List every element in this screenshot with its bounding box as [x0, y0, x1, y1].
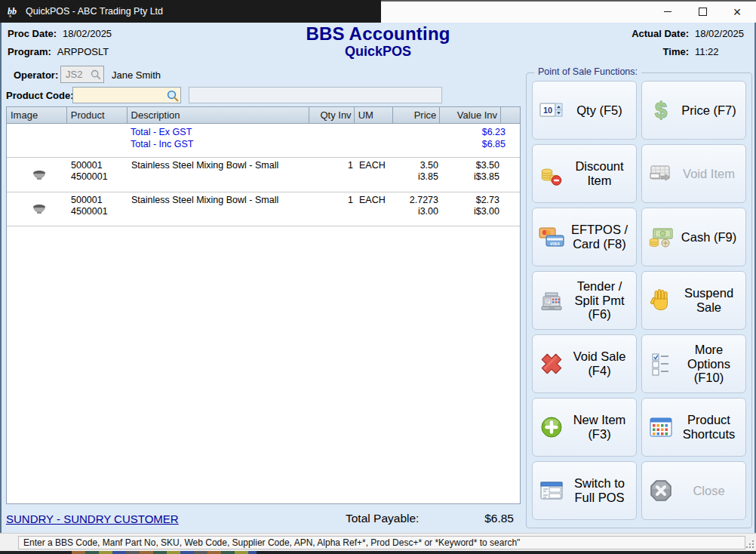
product-code-label: Product Code: — [6, 90, 74, 101]
product-image-cell — [7, 158, 67, 192]
total-inc-gst-label: Total - Inc GST — [131, 139, 193, 149]
table-header: Image Product Description Qty Inv UM Pri… — [7, 107, 520, 124]
app-window: bb s QuickPOS - ABC Trading Pty Ltd × Pr… — [0, 0, 756, 554]
void-sale-cross-icon — [537, 352, 566, 376]
svg-text:$: $ — [655, 98, 667, 122]
cash-register-icon — [537, 288, 566, 312]
total-payable-label: Total Payable: — [346, 512, 419, 525]
price-button[interactable]: $ Price (F7) — [641, 81, 746, 140]
total-ex-gst-label: Total - Ex GST — [131, 127, 192, 137]
bottom-edge — [0, 551, 756, 554]
more-options-button[interactable]: More Options (F10) — [641, 334, 746, 393]
value-cell: $2.73i$3.00 — [441, 192, 502, 226]
column-header-price: Price — [393, 107, 440, 123]
payment-cards-icon: VISA — [537, 226, 566, 248]
close-octagon-icon — [647, 479, 675, 503]
product-code-input[interactable] — [73, 90, 166, 101]
sale-items-table: Image Product Description Qty Inv UM Pri… — [6, 106, 521, 504]
tender-split-payment-button[interactable]: Tender / Split Pmt (F6) — [532, 271, 637, 330]
status-bar: Enter a BBS Code, Manf Part No, SKU, Web… — [0, 533, 756, 551]
dollar-icon: $ — [647, 98, 675, 122]
column-header-image: Image — [7, 107, 67, 123]
quantity-spinner-icon: 10 — [537, 100, 566, 121]
qty-button[interactable]: 10 Qty (F5) — [532, 81, 637, 140]
product-code-field — [72, 87, 181, 103]
suspend-hand-icon — [647, 288, 675, 312]
um-cell: EACH — [355, 192, 395, 226]
cash-button[interactable]: Cash (F9) — [641, 208, 746, 266]
taskbar-artifact — [72, 551, 257, 554]
product-search-icon[interactable] — [166, 89, 179, 102]
pos-functions-title: Point of Sale Functions: — [534, 66, 641, 77]
cash-money-icon — [647, 226, 675, 248]
discount-item-button[interactable]: Discount Item — [532, 144, 637, 203]
qty-cell: 1 — [310, 192, 355, 226]
value-cell: $3.50i$3.85 — [441, 158, 502, 192]
price-cell: 3.50i3.85 — [395, 158, 441, 192]
product-shortcuts-button[interactable]: Product Shortcuts — [641, 398, 746, 457]
um-cell: EACH — [355, 158, 395, 192]
svg-text:10: 10 — [543, 106, 552, 115]
svg-text:VISA: VISA — [550, 242, 560, 246]
close-icon: × — [733, 5, 742, 19]
void-sale-button[interactable]: Void Sale (F4) — [532, 334, 637, 393]
mixing-bowl-thumbnail-icon — [32, 170, 46, 180]
column-header-filler — [501, 107, 520, 123]
customer-link[interactable]: SUNDRY - SUNDRY CUSTOMER — [6, 512, 179, 525]
svg-text:s: s — [9, 14, 11, 18]
operator-name: Jane Smith — [112, 69, 161, 81]
new-item-plus-icon — [537, 415, 566, 439]
mixing-bowl-thumbnail-icon — [32, 204, 46, 214]
resize-grip-icon[interactable] — [752, 546, 754, 548]
description-cell: Stainless Steel Mixing Bowl - Small — [128, 158, 310, 192]
total-inc-gst-value: $6.85 — [447, 139, 506, 149]
operator-search-icon[interactable] — [90, 69, 101, 80]
table-row[interactable]: 5000014500001 Stainless Steel Mixing Bow… — [7, 157, 520, 192]
column-header-um: UM — [355, 107, 394, 123]
total-payable-value: $6.85 — [453, 512, 514, 525]
page-title: BBS Accounting — [0, 23, 756, 45]
qty-cell: 1 — [310, 158, 355, 192]
pos-functions-groupbox: Point of Sale Functions: 10 Qty (F5) — [526, 72, 752, 528]
total-ex-gst-value: $6.23 — [447, 127, 506, 137]
column-header-qty-inv: Qty Inv — [309, 107, 355, 123]
new-item-button[interactable]: New Item (F3) — [532, 398, 637, 457]
full-pos-window-icon — [537, 479, 566, 502]
maximize-icon — [699, 8, 707, 16]
window-border-left — [0, 23, 2, 533]
product-description-field[interactable] — [189, 87, 442, 103]
product-image-cell — [7, 192, 67, 226]
operator-code-field[interactable]: JS2 — [60, 66, 104, 83]
product-codes-cell: 5000014500001 — [67, 192, 128, 226]
column-header-description: Description — [128, 107, 309, 123]
close-window-button[interactable]: × — [720, 1, 754, 23]
price-cell: 2.7273i3.00 — [395, 192, 441, 226]
titlebar: bb s QuickPOS - ABC Trading Pty Ltd × — [0, 0, 756, 23]
maximize-button[interactable] — [685, 1, 720, 23]
more-options-checklist-icon — [647, 352, 675, 376]
discount-coins-icon — [537, 162, 566, 186]
description-cell: Stainless Steel Mixing Bowl - Small — [128, 192, 310, 226]
status-hint: Enter a BBS Code, Manf Part No, SKU, Web… — [18, 536, 745, 549]
window-title: QuickPOS - ABC Trading Pty Ltd — [26, 6, 163, 17]
operator-code-value: JS2 — [61, 69, 90, 80]
close-button: Close — [641, 461, 746, 520]
column-header-product: Product — [67, 107, 128, 123]
suspend-sale-button[interactable]: Suspend Sale — [641, 271, 746, 330]
app-icon: bb s — [7, 5, 20, 17]
window-controls: × — [650, 1, 754, 23]
minimize-icon — [664, 11, 671, 13]
eftpos-card-button[interactable]: VISA EFTPOS / Card (F8) — [532, 208, 637, 266]
pos-buttons-grid: 10 Qty (F5) $ Price (F7) — [532, 81, 746, 519]
product-codes-cell: 5000014500001 — [67, 158, 128, 192]
titlebar-left: bb s QuickPOS - ABC Trading Pty Ltd — [7, 0, 163, 23]
operator-label: Operator: — [14, 69, 58, 81]
table-row[interactable]: 5000014500001 Stainless Steel Mixing Bow… — [7, 192, 520, 226]
page-subtitle: QuickPOS — [0, 44, 756, 60]
void-item-button: Void Item — [641, 144, 746, 203]
void-item-grid-icon — [647, 162, 675, 186]
switch-to-full-pos-button[interactable]: Switch to Full POS — [532, 461, 637, 520]
minimize-button[interactable] — [650, 1, 685, 23]
product-shortcuts-grid-icon — [647, 416, 675, 439]
column-header-value-inv: Value Inv — [440, 107, 501, 123]
